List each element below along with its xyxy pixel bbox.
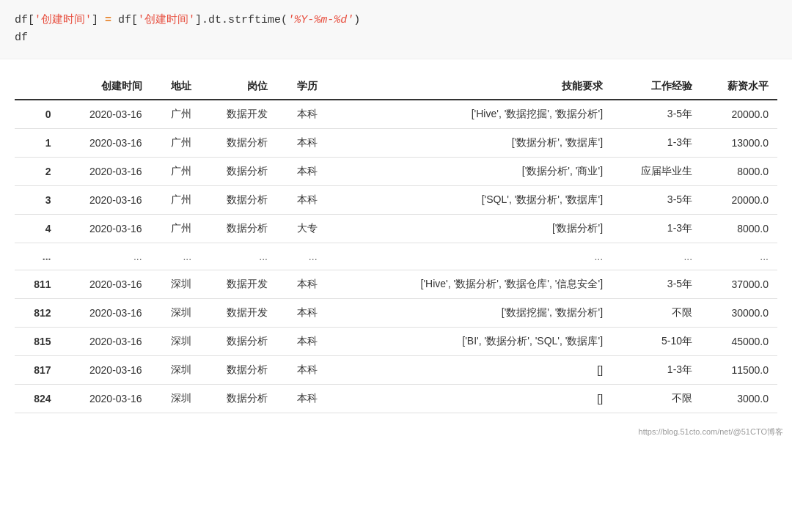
code-paren: ) bbox=[353, 14, 360, 26]
table-row: 22020-03-16广州数据分析本科['数据分析', '商业']应届毕业生80… bbox=[15, 158, 777, 186]
table-row: 42020-03-16广州数据分析大专['数据分析']1-3年8000.0 bbox=[15, 215, 777, 243]
code-key1: '创建时间' bbox=[34, 14, 92, 26]
col-city: 地址 bbox=[151, 74, 201, 100]
code-df2: df[ bbox=[111, 14, 138, 26]
table-body: 02020-03-16广州数据开发本科['Hive', '数据挖掘', '数据分… bbox=[15, 100, 777, 413]
table-header: 创建时间 地址 岗位 学历 技能要求 工作经验 薪资水平 bbox=[15, 74, 777, 100]
table-row: 32020-03-16广州数据分析本科['SQL', '数据分析', '数据库'… bbox=[15, 186, 777, 215]
table-row: 02020-03-16广州数据开发本科['Hive', '数据挖掘', '数据分… bbox=[15, 100, 777, 129]
header-row: 创建时间 地址 岗位 学历 技能要求 工作经验 薪资水平 bbox=[15, 74, 777, 100]
code-df3: df bbox=[15, 32, 28, 44]
col-date: 创建时间 bbox=[59, 74, 150, 100]
table-row: 8172020-03-16深圳数据分析本科[]1-3年11500.0 bbox=[15, 356, 777, 385]
code-key2: '创建时间' bbox=[138, 14, 195, 26]
code-format: '%Y-%m-%d' bbox=[287, 14, 353, 26]
code-line-2: df bbox=[15, 29, 777, 47]
table-row: 8122020-03-16深圳数据开发本科['数据挖掘', '数据分析']不限3… bbox=[15, 299, 777, 328]
table-row: 8152020-03-16深圳数据分析本科['BI', '数据分析', 'SQL… bbox=[15, 328, 777, 356]
watermark: https://blog.51cto.com/net/@51CTO博客 bbox=[0, 421, 792, 440]
col-salary: 薪资水平 bbox=[701, 74, 777, 100]
col-edu: 学历 bbox=[276, 74, 326, 100]
table-section: 创建时间 地址 岗位 学历 技能要求 工作经验 薪资水平 02020-03-16… bbox=[0, 59, 792, 421]
table-row: 12020-03-16广州数据分析本科['数据分析', '数据库']1-3年13… bbox=[15, 129, 777, 158]
code-bracket1: ] bbox=[92, 14, 105, 26]
code-line-1: df['创建时间'] = df['创建时间'].dt.strftime('%Y-… bbox=[15, 12, 777, 29]
col-exp: 工作经验 bbox=[612, 74, 701, 100]
code-eq: = bbox=[105, 14, 111, 26]
table-row: 8112020-03-16深圳数据开发本科['Hive', '数据分析', '数… bbox=[15, 270, 777, 299]
data-table: 创建时间 地址 岗位 学历 技能要求 工作经验 薪资水平 02020-03-16… bbox=[15, 74, 777, 413]
col-index bbox=[15, 74, 59, 100]
table-row: ........................ bbox=[15, 243, 777, 270]
col-skills: 技能要求 bbox=[326, 74, 612, 100]
table-row: 8242020-03-16深圳数据分析本科[]不限3000.0 bbox=[15, 385, 777, 413]
col-job: 岗位 bbox=[200, 74, 276, 100]
code-method: ].dt.strftime( bbox=[195, 14, 287, 26]
code-df1: df[ bbox=[15, 14, 34, 26]
code-block: df['创建时间'] = df['创建时间'].dt.strftime('%Y-… bbox=[0, 0, 792, 59]
